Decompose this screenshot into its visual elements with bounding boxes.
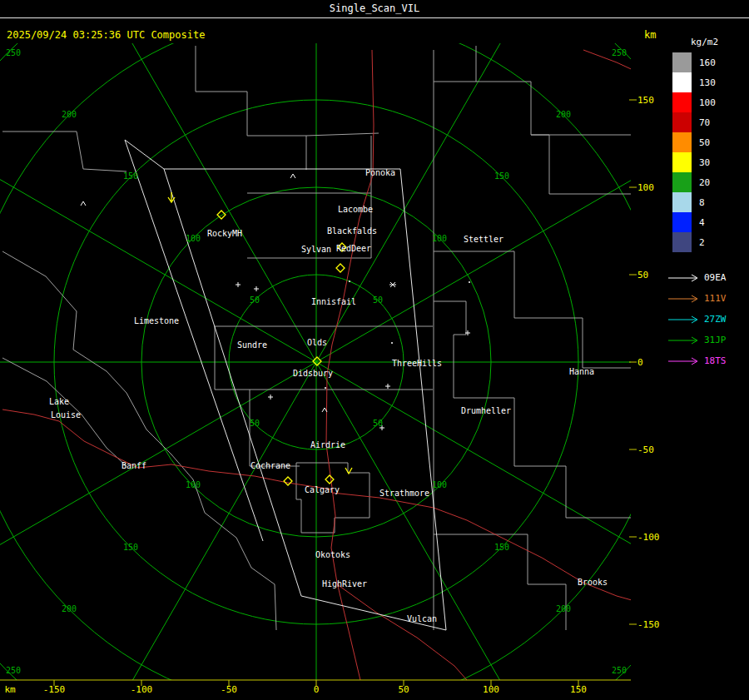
axis-unit-top: km xyxy=(644,29,656,41)
legend-value: 8 xyxy=(699,197,705,208)
city-label: Sundre xyxy=(237,340,267,350)
axis-label: 0 xyxy=(314,684,320,695)
city-label: Lake xyxy=(49,397,69,406)
legend-row: 70 xyxy=(666,112,749,132)
city-label: Blackfalds xyxy=(327,226,377,236)
site-arrow-icon xyxy=(667,274,699,282)
legend-swatch xyxy=(672,132,692,152)
legend-row: 100 xyxy=(666,92,749,112)
range-label: 250 xyxy=(612,48,627,57)
legend-value: 20 xyxy=(699,177,710,188)
legend-unit: kg/m2 xyxy=(691,37,749,47)
site-id: 18TS xyxy=(704,355,727,366)
range-label: 200 xyxy=(62,604,77,613)
axis-label: -150 xyxy=(43,684,66,695)
city-label: Olds xyxy=(307,338,327,347)
legend-swatch xyxy=(672,52,692,72)
axis-labels-bottom: -150 -100 -50 0 50 100 150 km xyxy=(4,684,587,695)
axis-ticks xyxy=(0,100,637,686)
legend-swatch xyxy=(672,212,692,232)
site-id: 111V xyxy=(704,293,727,304)
site-legend-row: 27ZW xyxy=(666,309,749,330)
city-label: Ponoka xyxy=(365,168,395,177)
city-label: Airdrie xyxy=(310,440,345,449)
range-label: 100 xyxy=(432,480,447,489)
axis-label: 100 xyxy=(637,182,654,193)
axis-label: -100 xyxy=(131,684,153,695)
city-label: Louise xyxy=(51,410,81,420)
site-id: 27ZW xyxy=(704,314,727,325)
site-arrow-icon xyxy=(667,315,699,324)
range-label: 150 xyxy=(494,543,509,552)
city-label: HighRiver xyxy=(322,579,367,588)
legend-value: 100 xyxy=(699,97,716,108)
city-label: Limestone xyxy=(134,316,179,325)
site-legend-row: 09EA xyxy=(666,267,749,288)
city-label: Sylvan xyxy=(301,245,331,254)
range-label: 100 xyxy=(186,234,201,243)
timestamp: 2025/09/24 03:25:36 UTC Composite xyxy=(7,29,205,41)
legend-row: 30 xyxy=(666,152,749,172)
legend-panel: kg/m2 160 130 100 70 50 30 20 8 4 2 09EA… xyxy=(666,37,749,371)
axis-label: -50 xyxy=(221,684,237,695)
city-label: Strathmore xyxy=(379,489,429,498)
legend-row: 8 xyxy=(666,192,749,212)
legend-swatch xyxy=(672,192,692,212)
city-label: ThreeHills xyxy=(392,359,442,368)
axis-label: 50 xyxy=(637,270,648,280)
axis-label: 150 xyxy=(570,684,587,695)
range-label: 250 xyxy=(612,666,627,675)
legend-value: 50 xyxy=(699,137,710,148)
axis-label: 150 xyxy=(637,95,654,106)
range-label: 150 xyxy=(494,171,509,181)
city-label: Vulcan xyxy=(407,614,437,623)
site-legend-row: 18TS xyxy=(666,350,749,371)
city-label: Okotoks xyxy=(315,550,350,559)
range-label: 50 xyxy=(250,295,260,305)
city-label: Drumheller xyxy=(461,406,511,415)
range-label: 150 xyxy=(123,543,138,552)
legend-value: 130 xyxy=(699,77,716,88)
axis-label: -150 xyxy=(637,619,660,630)
axis-label: -100 xyxy=(637,532,660,543)
radar-display[interactable]: 50 50 50 50 100 100 100 100 150 150 150 … xyxy=(0,0,749,700)
city-label: Didsbury xyxy=(293,369,333,378)
city-label: Cochrane xyxy=(250,461,290,470)
legend-value: 4 xyxy=(699,217,705,228)
site-legend-row: 31JP xyxy=(666,330,749,350)
city-label: Banff xyxy=(122,461,146,470)
city-label: Stettler xyxy=(464,235,503,244)
legend-swatch xyxy=(672,152,692,172)
scan-area-outline xyxy=(125,140,446,630)
site-arrow-icon xyxy=(667,357,699,365)
axis-labels-right: 150 100 50 0 -50 -100 -150 xyxy=(637,95,660,630)
site-legend-row: 111V xyxy=(666,288,749,309)
range-label: 250 xyxy=(6,666,21,675)
range-label: 50 xyxy=(250,419,260,428)
legend-swatch xyxy=(672,72,692,92)
legend-swatch xyxy=(672,232,692,252)
city-label: Brooks xyxy=(578,578,608,587)
city-label: Innisfail xyxy=(311,297,356,306)
legend-row: 2 xyxy=(666,232,749,252)
site-id: 31JP xyxy=(704,335,727,345)
site-arrow-icon xyxy=(667,336,699,345)
legend-row: 130 xyxy=(666,72,749,92)
site-arrow-icon xyxy=(667,295,699,303)
site-legend: 09EA 111V 27ZW 31JP 18TS xyxy=(666,267,749,371)
town-symbols xyxy=(81,174,470,430)
city-label: RockyMH xyxy=(207,229,242,238)
axis-label: 50 xyxy=(398,684,409,695)
axis-label: -50 xyxy=(637,444,654,455)
range-label: 250 xyxy=(6,48,21,57)
axis-label: 100 xyxy=(483,684,499,695)
range-label: 200 xyxy=(62,110,77,119)
range-label: 50 xyxy=(373,295,383,305)
legend-row: 20 xyxy=(666,172,749,192)
legend-row: 160 xyxy=(666,52,749,72)
city-label: Lacombe xyxy=(338,205,373,214)
range-label: 150 xyxy=(123,171,138,181)
legend-row: 50 xyxy=(666,132,749,152)
city-label: RedDeer xyxy=(336,244,371,253)
site-id: 09EA xyxy=(704,272,727,283)
